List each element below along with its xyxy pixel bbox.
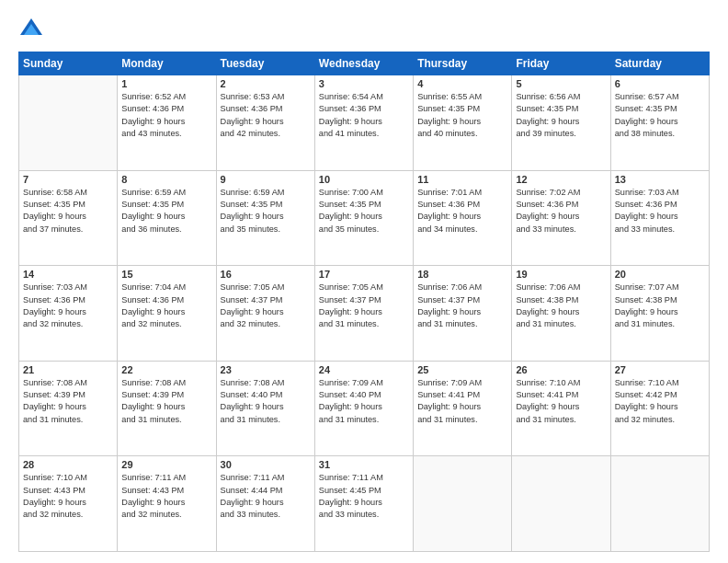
day-number: 16: [221, 269, 311, 280]
day-info: Sunrise: 7:00 AMSunset: 4:35 PMDaylight:…: [319, 187, 409, 236]
day-header-friday: Friday: [512, 52, 610, 75]
day-number: 27: [615, 364, 705, 375]
calendar-cell: [610, 456, 709, 552]
calendar-cell: 12Sunrise: 7:02 AMSunset: 4:36 PMDayligh…: [512, 170, 610, 266]
day-number: 26: [516, 364, 606, 375]
day-info: Sunrise: 7:11 AMSunset: 4:43 PMDaylight:…: [121, 472, 211, 521]
calendar-cell: 16Sunrise: 7:05 AMSunset: 4:37 PMDayligh…: [216, 266, 314, 362]
day-info: Sunrise: 7:07 AMSunset: 4:38 PMDaylight:…: [615, 282, 705, 330]
calendar-cell: 25Sunrise: 7:09 AMSunset: 4:41 PMDayligh…: [414, 361, 512, 456]
week-row-2: 14Sunrise: 7:03 AMSunset: 4:36 PMDayligh…: [19, 266, 710, 362]
calendar-cell: 4Sunrise: 6:55 AMSunset: 4:35 PMDaylight…: [414, 75, 512, 171]
calendar-cell: 8Sunrise: 6:59 AMSunset: 4:35 PMDaylight…: [118, 170, 216, 266]
day-header-thursday: Thursday: [414, 52, 512, 75]
calendar-cell: 1Sunrise: 6:52 AMSunset: 4:36 PMDaylight…: [118, 75, 216, 171]
calendar-cell: 30Sunrise: 7:11 AMSunset: 4:44 PMDayligh…: [216, 456, 314, 552]
day-number: 21: [23, 364, 113, 375]
calendar-cell: 6Sunrise: 6:57 AMSunset: 4:35 PMDaylight…: [610, 75, 709, 171]
day-number: 2: [221, 78, 311, 89]
week-row-3: 21Sunrise: 7:08 AMSunset: 4:39 PMDayligh…: [19, 361, 710, 456]
calendar-cell: 24Sunrise: 7:09 AMSunset: 4:40 PMDayligh…: [314, 361, 413, 456]
day-number: 8: [121, 174, 211, 185]
day-info: Sunrise: 7:11 AMSunset: 4:44 PMDaylight:…: [221, 472, 311, 521]
day-info: Sunrise: 7:10 AMSunset: 4:43 PMDaylight:…: [23, 472, 113, 521]
day-number: 30: [221, 459, 311, 470]
day-number: 3: [319, 78, 409, 89]
day-info: Sunrise: 7:06 AMSunset: 4:37 PMDaylight:…: [417, 282, 507, 330]
calendar-cell: 26Sunrise: 7:10 AMSunset: 4:41 PMDayligh…: [512, 361, 610, 456]
calendar-cell: 5Sunrise: 6:56 AMSunset: 4:35 PMDaylight…: [512, 75, 610, 171]
day-info: Sunrise: 7:01 AMSunset: 4:36 PMDaylight:…: [417, 187, 507, 236]
day-info: Sunrise: 7:08 AMSunset: 4:39 PMDaylight:…: [121, 377, 211, 426]
day-number: 29: [121, 459, 211, 470]
day-info: Sunrise: 7:04 AMSunset: 4:36 PMDaylight:…: [121, 282, 211, 330]
calendar-cell: 18Sunrise: 7:06 AMSunset: 4:37 PMDayligh…: [414, 266, 512, 362]
day-number: 25: [417, 364, 507, 375]
day-number: 17: [319, 269, 409, 280]
day-info: Sunrise: 7:09 AMSunset: 4:41 PMDaylight:…: [417, 377, 507, 426]
day-number: 6: [615, 78, 705, 89]
day-number: 20: [615, 269, 705, 280]
header: [18, 17, 710, 42]
day-number: 14: [23, 269, 113, 280]
calendar-cell: 13Sunrise: 7:03 AMSunset: 4:36 PMDayligh…: [610, 170, 709, 266]
day-number: 4: [417, 78, 507, 89]
day-number: 12: [516, 174, 606, 185]
day-number: 1: [121, 78, 211, 89]
calendar-cell: 2Sunrise: 6:53 AMSunset: 4:36 PMDaylight…: [216, 75, 314, 171]
calendar-header-row: SundayMondayTuesdayWednesdayThursdayFrid…: [19, 52, 710, 75]
week-row-4: 28Sunrise: 7:10 AMSunset: 4:43 PMDayligh…: [19, 456, 710, 552]
calendar: SundayMondayTuesdayWednesdayThursdayFrid…: [18, 52, 710, 552]
day-number: 5: [516, 78, 606, 89]
day-number: 11: [417, 174, 507, 185]
day-info: Sunrise: 7:05 AMSunset: 4:37 PMDaylight:…: [221, 282, 311, 330]
calendar-cell: 27Sunrise: 7:10 AMSunset: 4:42 PMDayligh…: [610, 361, 709, 456]
calendar-cell: 9Sunrise: 6:59 AMSunset: 4:35 PMDaylight…: [216, 170, 314, 266]
calendar-cell: 22Sunrise: 7:08 AMSunset: 4:39 PMDayligh…: [118, 361, 216, 456]
calendar-cell: 3Sunrise: 6:54 AMSunset: 4:36 PMDaylight…: [314, 75, 413, 171]
day-number: 28: [23, 459, 113, 470]
day-number: 10: [319, 174, 409, 185]
day-info: Sunrise: 6:54 AMSunset: 4:36 PMDaylight:…: [319, 91, 409, 140]
day-info: Sunrise: 7:11 AMSunset: 4:45 PMDaylight:…: [319, 472, 409, 521]
day-info: Sunrise: 6:52 AMSunset: 4:36 PMDaylight:…: [121, 91, 211, 140]
day-info: Sunrise: 6:55 AMSunset: 4:35 PMDaylight:…: [417, 91, 507, 140]
day-number: 19: [516, 269, 606, 280]
day-header-sunday: Sunday: [19, 52, 118, 75]
calendar-cell: [414, 456, 512, 552]
week-row-0: 1Sunrise: 6:52 AMSunset: 4:36 PMDaylight…: [19, 75, 710, 171]
logo-icon: [18, 17, 44, 42]
calendar-cell: 29Sunrise: 7:11 AMSunset: 4:43 PMDayligh…: [118, 456, 216, 552]
day-info: Sunrise: 7:08 AMSunset: 4:39 PMDaylight:…: [23, 377, 113, 426]
day-number: 13: [615, 174, 705, 185]
calendar-cell: 19Sunrise: 7:06 AMSunset: 4:38 PMDayligh…: [512, 266, 610, 362]
day-info: Sunrise: 7:08 AMSunset: 4:40 PMDaylight:…: [221, 377, 311, 426]
calendar-cell: 28Sunrise: 7:10 AMSunset: 4:43 PMDayligh…: [19, 456, 118, 552]
day-number: 9: [221, 174, 311, 185]
day-info: Sunrise: 7:06 AMSunset: 4:38 PMDaylight:…: [516, 282, 606, 330]
day-info: Sunrise: 7:10 AMSunset: 4:41 PMDaylight:…: [516, 377, 606, 426]
day-number: 7: [23, 174, 113, 185]
calendar-cell: [19, 75, 118, 171]
day-info: Sunrise: 6:53 AMSunset: 4:36 PMDaylight:…: [221, 91, 311, 140]
day-number: 18: [417, 269, 507, 280]
day-info: Sunrise: 7:02 AMSunset: 4:36 PMDaylight:…: [516, 187, 606, 236]
calendar-cell: [512, 456, 610, 552]
page: SundayMondayTuesdayWednesdayThursdayFrid…: [0, 0, 728, 563]
day-info: Sunrise: 6:58 AMSunset: 4:35 PMDaylight:…: [23, 187, 113, 236]
day-header-tuesday: Tuesday: [216, 52, 314, 75]
day-number: 22: [121, 364, 211, 375]
calendar-cell: 17Sunrise: 7:05 AMSunset: 4:37 PMDayligh…: [314, 266, 413, 362]
day-info: Sunrise: 6:59 AMSunset: 4:35 PMDaylight:…: [221, 187, 311, 236]
calendar-cell: 23Sunrise: 7:08 AMSunset: 4:40 PMDayligh…: [216, 361, 314, 456]
calendar-cell: 14Sunrise: 7:03 AMSunset: 4:36 PMDayligh…: [19, 266, 118, 362]
calendar-cell: 31Sunrise: 7:11 AMSunset: 4:45 PMDayligh…: [314, 456, 413, 552]
logo: [18, 17, 48, 42]
calendar-cell: 7Sunrise: 6:58 AMSunset: 4:35 PMDaylight…: [19, 170, 118, 266]
day-info: Sunrise: 7:03 AMSunset: 4:36 PMDaylight:…: [23, 282, 113, 330]
day-header-monday: Monday: [118, 52, 216, 75]
day-number: 24: [319, 364, 409, 375]
day-number: 15: [121, 269, 211, 280]
calendar-cell: 15Sunrise: 7:04 AMSunset: 4:36 PMDayligh…: [118, 266, 216, 362]
calendar-cell: 10Sunrise: 7:00 AMSunset: 4:35 PMDayligh…: [314, 170, 413, 266]
